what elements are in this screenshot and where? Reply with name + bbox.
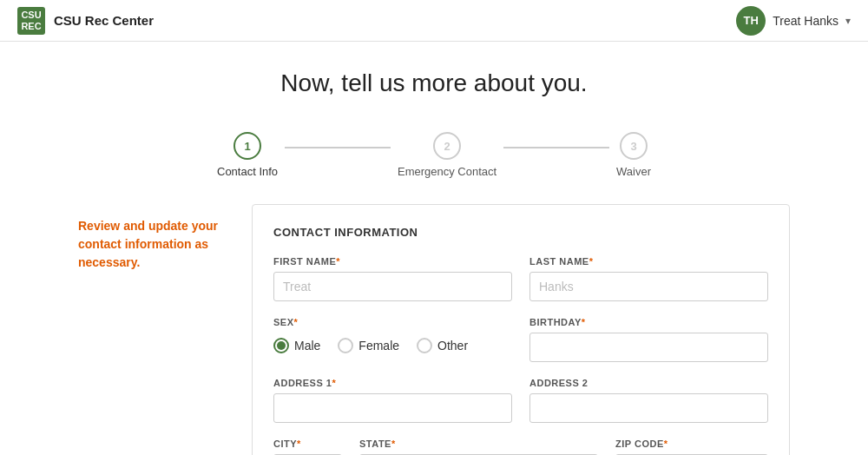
address2-label: ADDRESS 2 xyxy=(529,378,768,388)
sex-female-radio[interactable] xyxy=(338,338,353,353)
address1-label: ADDRESS 1* xyxy=(273,378,512,388)
address2-input[interactable] xyxy=(529,393,768,423)
sex-birthday-row: SEX* Male Female Other xyxy=(273,317,768,362)
app-header: CSU REC CSU Rec Center TH Treat Hanks ▾ xyxy=(0,0,868,42)
header-left: CSU REC CSU Rec Center xyxy=(17,7,154,35)
first-name-label: FIRST NAME* xyxy=(273,256,512,267)
step-2-label: Emergency Contact xyxy=(398,165,496,178)
birthday-label: BIRTHDAY* xyxy=(529,317,768,327)
first-name-input[interactable] xyxy=(273,272,512,301)
app-title: CSU Rec Center xyxy=(54,13,154,28)
city-state-zip-row: CITY* STATE* Ohio Alabama Alaska Arizona… xyxy=(273,439,768,455)
step-connector-2 xyxy=(503,147,609,148)
sidebar: Review and update your contact informati… xyxy=(78,204,252,455)
user-name: Treat Hanks xyxy=(773,14,838,28)
step-3-label: Waiver xyxy=(616,165,651,178)
step-3[interactable]: 3 Waiver xyxy=(616,132,651,178)
logo-line1: CSU xyxy=(21,10,41,20)
contact-info-form: CONTACT INFORMATION FIRST NAME* LAST NAM… xyxy=(252,204,790,455)
sex-label: SEX* xyxy=(273,317,512,327)
step-1-label: Contact Info xyxy=(217,165,278,178)
birthday-group: BIRTHDAY* xyxy=(529,317,768,362)
sex-male-label: Male xyxy=(294,339,320,353)
steps-container: 1 Contact Info 2 Emergency Contact 3 Wai… xyxy=(217,132,651,178)
state-label: STATE* xyxy=(359,439,598,449)
city-label: CITY* xyxy=(273,439,342,449)
logo-line2: REC xyxy=(21,21,41,31)
step-connector-1 xyxy=(285,147,391,148)
page-title: Now, tell us more about you. xyxy=(17,69,851,97)
avatar: TH xyxy=(736,6,766,36)
address-row: ADDRESS 1* ADDRESS 2 xyxy=(273,378,768,423)
chevron-down-icon[interactable]: ▾ xyxy=(845,15,851,27)
sex-male-radio[interactable] xyxy=(273,338,289,353)
zip-label: ZIP CODE* xyxy=(615,439,768,449)
sex-female-option[interactable]: Female xyxy=(338,338,399,353)
sex-radio-group: Male Female Other xyxy=(273,338,512,353)
zip-group: ZIP CODE* xyxy=(615,439,768,455)
sex-other-label: Other xyxy=(437,339,468,353)
sidebar-instructions: Review and update your contact informati… xyxy=(78,217,226,272)
step-1-circle: 1 xyxy=(233,132,261,160)
birthday-input[interactable] xyxy=(529,333,768,362)
sex-male-radio-inner xyxy=(277,341,286,350)
address2-group: ADDRESS 2 xyxy=(529,378,768,423)
sex-group: SEX* Male Female Other xyxy=(273,317,512,362)
city-group: CITY* xyxy=(273,439,342,455)
last-name-label: LAST NAME* xyxy=(529,256,768,267)
address1-group: ADDRESS 1* xyxy=(273,378,512,423)
step-1[interactable]: 1 Contact Info xyxy=(217,132,278,178)
sex-other-option[interactable]: Other xyxy=(417,338,468,353)
first-name-group: FIRST NAME* xyxy=(273,256,512,301)
step-2-circle: 2 xyxy=(433,132,461,160)
address1-input[interactable] xyxy=(273,393,512,423)
sex-male-option[interactable]: Male xyxy=(273,338,320,353)
last-name-group: LAST NAME* xyxy=(529,256,768,301)
step-3-circle: 3 xyxy=(620,132,648,160)
step-2[interactable]: 2 Emergency Contact xyxy=(398,132,496,178)
form-section-title: CONTACT INFORMATION xyxy=(273,226,768,239)
name-row: FIRST NAME* LAST NAME* xyxy=(273,256,768,301)
sex-other-radio[interactable] xyxy=(417,338,432,353)
header-right: TH Treat Hanks ▾ xyxy=(736,6,851,36)
logo: CSU REC xyxy=(17,7,45,35)
main-layout: Review and update your contact informati… xyxy=(61,204,807,455)
state-group: STATE* Ohio Alabama Alaska Arizona Calif… xyxy=(359,439,598,455)
last-name-input[interactable] xyxy=(529,272,768,301)
page-title-area: Now, tell us more about you. xyxy=(0,42,868,115)
sex-female-label: Female xyxy=(358,339,399,353)
